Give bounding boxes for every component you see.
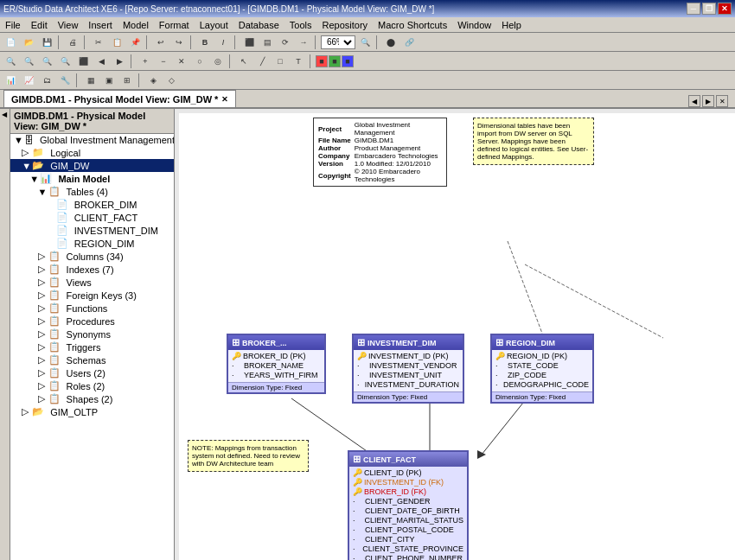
cut-btn[interactable]: ✂ [90,35,107,50]
sidebar-tree-item[interactable]: ▷📋 Roles (2) [10,379,174,392]
tab-prev[interactable]: ◀ [688,95,700,107]
t2-10[interactable]: ✕ [173,54,190,69]
t3-4[interactable]: 🔧 [56,73,74,88]
sidebar-tree-item[interactable]: ▼🗄 Global Investment Management [10,134,174,146]
tab-next[interactable]: ▶ [702,95,714,107]
undo-btn[interactable]: ↩ [152,35,169,50]
t2-color2[interactable]: ■ [329,55,341,67]
table-investment-dim[interactable]: ⊞ INVESTMENT_DIM 🔑 INVESTMENT_ID (PK) · … [352,334,464,404]
t2-1[interactable]: 🔍 [2,54,19,69]
paste-btn[interactable]: 📌 [126,35,144,50]
menu-edit[interactable]: Edit [26,17,53,32]
menu-insert[interactable]: Insert [83,17,118,32]
t3-7[interactable]: ⊞ [118,73,136,88]
t2-box[interactable]: □ [272,54,289,69]
sidebar-tree-item[interactable]: ▼📂 GIM_DW [10,159,174,172]
sidebar-tree-item[interactable]: ▷📋 Synonyms [10,328,174,340]
bold-btn[interactable]: B [196,35,214,50]
sidebar-tree-item[interactable]: 📄 REGION_DIM [10,237,174,250]
minimize-button[interactable]: ─ [687,3,700,15]
tb-g2[interactable]: 🔗 [400,35,418,50]
tb-g1[interactable]: ⬤ [382,35,399,50]
t2-text[interactable]: T [290,54,307,69]
menu-format[interactable]: Format [154,17,195,32]
t2-3[interactable]: 🔍 [38,54,55,69]
tree-item-icon: 📋 [48,315,61,327]
t2-color3[interactable]: ■ [342,55,354,67]
t2-2[interactable]: 🔍 [20,54,37,69]
menu-repository[interactable]: Repository [317,17,374,32]
t3-3[interactable]: 🗂 [38,73,55,88]
copy-btn[interactable]: 📋 [108,35,125,50]
t3-9[interactable]: ◇ [163,73,180,88]
t2-12[interactable]: ◎ [209,54,227,69]
zoom-select[interactable]: 66% 100% 50% [321,35,355,49]
menu-help[interactable]: Help [496,17,527,32]
t2-11[interactable]: ○ [191,54,208,69]
italic-btn[interactable]: I [214,35,232,50]
sidebar-tree-item[interactable]: ▷📋 Shapes (2) [10,392,174,405]
sidebar-tree-item[interactable]: 📄 BROKER_DIM [10,198,174,211]
t3-1[interactable]: 📊 [2,73,19,88]
menu-layout[interactable]: Layout [195,17,233,32]
cf-col-2: 🔑 INVESTMENT_ID (FK) [351,478,465,487]
sidebar-tree-item[interactable]: ▷📋 Functions [10,302,174,315]
sidebar-tree-item[interactable]: 📄 CLIENT_FACT [10,211,174,224]
sidebar-tree-item[interactable]: ▼📊 Main Model [10,172,174,185]
sidebar-tree-item[interactable]: ▷📋 Indexes (7) [10,263,174,276]
new-btn[interactable]: 📄 [2,35,19,50]
restore-button[interactable]: ❐ [702,3,716,15]
sidebar-tree-item[interactable]: ▷📋 Foreign Keys (3) [10,289,174,302]
menu-window[interactable]: Window [452,17,496,32]
tb-extra2[interactable]: ▤ [259,35,276,50]
t3-5[interactable]: ▦ [82,73,99,88]
sidebar-tree-item[interactable]: ▷📁 Logical [10,146,174,159]
tb-extra1[interactable]: ⬛ [240,35,258,50]
menu-database[interactable]: Database [233,17,284,32]
t2-5[interactable]: ⬛ [74,54,92,69]
sidebar-toggle[interactable]: ◀ [0,109,10,560]
t3-8[interactable]: ◈ [144,73,162,88]
redo-btn[interactable]: ↪ [170,35,188,50]
menu-model[interactable]: Model [118,17,154,32]
sidebar-tree-item[interactable]: ▷📋 Triggers [10,340,174,353]
t2-8[interactable]: + [137,54,154,69]
t3-6[interactable]: ▣ [100,73,118,88]
menu-macro[interactable]: Macro Shortcuts [373,17,452,32]
menu-file[interactable]: File [0,17,26,32]
doc-tab-close[interactable]: ✕ [221,95,228,104]
t2-arrow[interactable]: ↖ [235,54,252,69]
tb-extra4[interactable]: → [295,35,312,50]
t2-4[interactable]: 🔍 [56,54,74,69]
t2-6[interactable]: ◀ [93,54,110,69]
table-broker-dim[interactable]: ⊞ BROKER_... 🔑 BROKER_ID (PK) · BROKER_N… [227,334,326,394]
menu-view[interactable]: View [53,17,84,32]
sidebar-tree-item[interactable]: ▼📋 Tables (4) [10,185,174,198]
sidebar-tree-item[interactable]: ▷📋 Schemas [10,353,174,366]
print-btn[interactable]: 🖨 [64,35,81,50]
sidebar-tree-item[interactable]: 📄 INVESTMENT_DIM [10,224,174,237]
tab-close-all[interactable]: ✕ [716,95,728,107]
menu-tools[interactable]: Tools [284,17,317,32]
table-client-fact[interactable]: ⊞ CLIENT_FACT 🔑 CLIENT_ID (PK) 🔑 INVESTM… [348,450,469,560]
t2-7[interactable]: ▶ [111,54,128,69]
doc-tab-active[interactable]: GIMDB.DM1 - Physical Model View: GIM_DW … [3,90,236,107]
diagram-canvas[interactable]: ProjectGlobal Investment Management File… [175,109,735,560]
table-region-dim[interactable]: ⊞ REGION_DIM 🔑 REGION_ID (PK) · STATE_CO… [490,334,594,404]
open-btn[interactable]: 📂 [20,35,37,50]
sidebar-tree-item[interactable]: ▷📂 GIM_OLTP [10,405,174,418]
sidebar-tree-item[interactable]: ▷📋 Views [10,276,174,289]
tb-extra3[interactable]: ⟳ [277,35,294,50]
t2-line[interactable]: ╱ [253,54,271,69]
sidebar-tree-item[interactable]: ▷📋 Procedures [10,315,174,328]
t2-color1[interactable]: ■ [316,55,328,67]
toolbar-1: 📄 📂 💾 🖨 ✂ 📋 📌 ↩ ↪ B I ⬛ ▤ ⟳ → 66% 100% 5… [0,33,735,52]
close-button[interactable]: ✕ [718,3,732,15]
zoom-btn[interactable]: 🔍 [356,35,374,50]
svg-marker-7 [477,450,486,459]
t3-2[interactable]: 📈 [20,73,37,88]
sidebar-tree-item[interactable]: ▷📋 Columns (34) [10,250,174,263]
sidebar-tree-item[interactable]: ▷📋 Users (2) [10,366,174,379]
save-btn[interactable]: 💾 [38,35,55,50]
t2-9[interactable]: − [155,54,172,69]
